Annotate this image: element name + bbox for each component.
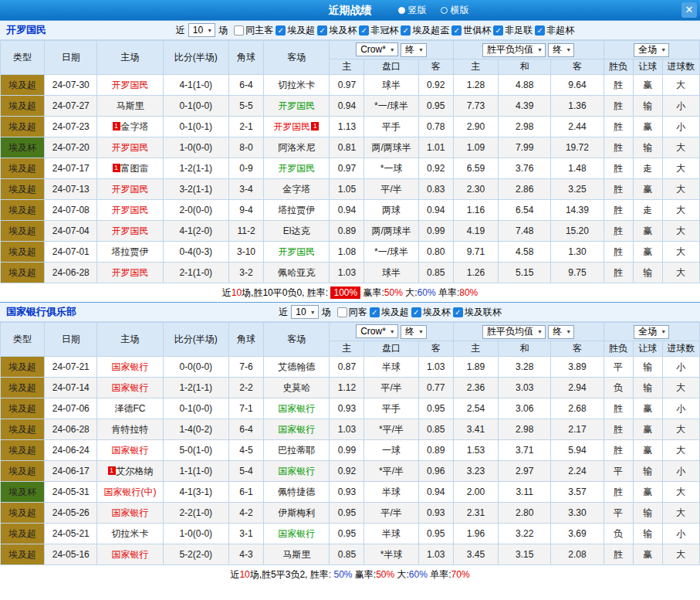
summary-part: 单率: xyxy=(428,569,451,580)
date-cell: 24-07-14 xyxy=(45,378,97,398)
col-europe-away: 客 xyxy=(551,341,604,357)
home-team-cell: 开罗国民 xyxy=(97,75,163,96)
odds-company-select[interactable]: Crow*▼ xyxy=(356,324,398,338)
col-asia-handicap: 盘口 xyxy=(364,341,418,357)
score-cell: 0-1(0-0) xyxy=(163,96,228,117)
result-wdl-cell: 胜 xyxy=(604,75,633,96)
result-goals-cell: 小 xyxy=(662,461,699,482)
match-row: 埃及超24-07-06泽德FC0-1(0-0)7-1国家银行0.93平手0.95… xyxy=(1,398,700,419)
recent-count-select[interactable]: 10▼ xyxy=(291,305,318,319)
score-cell: 1-0(0-0) xyxy=(163,524,228,544)
league-type-cell: 埃及超 xyxy=(1,440,45,461)
summary-part: 50% xyxy=(333,569,352,580)
result-goals-cell: 大 xyxy=(662,200,699,221)
filter-option[interactable]: 同客 xyxy=(337,306,367,319)
date-cell: 24-07-04 xyxy=(45,221,97,242)
match-row: 埃及超24-07-08开罗国民2-0(0-0)9-4塔拉贾伊0.94两球0.94… xyxy=(1,200,700,221)
result-handicap-cell: 走 xyxy=(633,200,662,221)
away-team-name: 切拉米卡 xyxy=(278,80,315,90)
summary-part: 大: xyxy=(403,287,418,298)
asia-handicap-cell: *一/球半 xyxy=(364,96,418,117)
scope-select[interactable]: 全场▼ xyxy=(634,325,669,339)
europe-odds-type-select[interactable]: 胜平负均值▼ xyxy=(482,43,546,57)
match-row: 埃及超24-06-28开罗国民2-1(1-0)3-2佩哈亚克1.03球半0.85… xyxy=(1,263,700,283)
league-filters: 同主客✓埃及超✓埃及杯✓非冠杯✓埃及超盃✓世俱杯✓非足联✓非超杯 xyxy=(234,24,577,37)
away-team-cell: 塔拉贾伊 xyxy=(264,200,330,221)
filter-option[interactable]: ✓埃及超盃 xyxy=(401,24,449,37)
corners-cell: 6-4 xyxy=(228,75,263,96)
away-team-name: 国家银行 xyxy=(278,528,315,539)
league-type-cell: 埃及超 xyxy=(1,200,45,221)
away-team-name: El达克 xyxy=(283,225,310,236)
asia-away-odds-cell: 0.94 xyxy=(418,482,453,503)
odds-stage-select[interactable]: 终▼ xyxy=(401,325,427,339)
result-goals-cell: 大 xyxy=(662,221,699,242)
europe-odds-group: 胜平负均值▼ 终▼ xyxy=(453,323,604,341)
team-panel-header: 国家银行俱乐部 近 10▼ 场 同客✓埃及超✓埃及杯✓埃及联杯 xyxy=(0,302,700,322)
recent-count-value: 10 xyxy=(296,307,306,317)
asia-home-odds-cell: 0.93 xyxy=(330,398,364,419)
filter-option[interactable]: ✓埃及超 xyxy=(370,306,409,319)
away-team-name: 佩哈亚克 xyxy=(278,267,315,278)
asia-away-odds-cell: 0.95 xyxy=(418,96,453,117)
col-result-wdl: 胜负 xyxy=(604,341,633,357)
europe-draw-odds-cell: 4.88 xyxy=(499,75,551,96)
asia-handicap-cell: 球半 xyxy=(364,263,418,283)
asia-away-odds-cell: 0.78 xyxy=(418,117,453,137)
matches-tbody: 埃及超24-07-30开罗国民4-1(1-0)6-4切拉米卡0.97球半0.92… xyxy=(1,75,700,283)
filter-option[interactable]: ✓非冠杯 xyxy=(359,24,398,37)
away-team-name: 金字塔 xyxy=(282,184,310,195)
away-team-name: 阿洛米尼 xyxy=(278,142,315,153)
away-team-cell: 金字塔 xyxy=(264,179,330,200)
col-result-handicap: 让球 xyxy=(633,59,662,75)
home-team-name: 国家银行 xyxy=(112,445,149,456)
league-type-cell: 埃及超 xyxy=(1,158,45,179)
odds-stage-select[interactable]: 终▼ xyxy=(401,43,427,57)
filter-option[interactable]: 同主客 xyxy=(234,24,273,37)
result-handicap-cell: 走 xyxy=(633,158,662,179)
red-card-badge: 1 xyxy=(108,466,116,475)
asia-home-odds-cell: 0.89 xyxy=(330,221,364,242)
asia-home-odds-cell: 1.08 xyxy=(330,242,364,263)
odds-company-select[interactable]: Crow*▼ xyxy=(356,42,398,56)
europe-odds-type-select[interactable]: 胜平负均值▼ xyxy=(482,325,546,339)
date-cell: 24-06-17 xyxy=(45,461,97,482)
summary-part: 70% xyxy=(451,569,470,580)
col-europe-draw: 和 xyxy=(499,59,551,75)
filter-option[interactable]: ✓埃及超 xyxy=(276,24,315,37)
away-team-name: 开罗国民 xyxy=(278,163,315,174)
recent-count-select[interactable]: 10▼ xyxy=(188,23,215,37)
layout-vertical-option[interactable]: 竖版 xyxy=(398,4,427,17)
asia-home-odds-cell: 0.97 xyxy=(330,158,364,179)
result-wdl-cell: 胜 xyxy=(604,544,633,565)
europe-draw-odds-cell: 7.99 xyxy=(499,137,551,158)
col-europe-draw: 和 xyxy=(499,341,551,357)
close-button[interactable]: ✕ xyxy=(681,2,697,18)
summary-part: 场,胜5平3负2, 胜率: xyxy=(250,569,334,580)
result-handicap-cell: 输 xyxy=(633,137,662,158)
europe-stage-select[interactable]: 终▼ xyxy=(548,325,574,339)
away-team-name: 伊斯梅利 xyxy=(278,507,315,518)
layout-horizontal-option[interactable]: 横版 xyxy=(441,4,469,17)
filter-option[interactable]: ✓埃及联杯 xyxy=(453,306,502,319)
corners-cell: 11-2 xyxy=(228,221,263,242)
score-cell: 1-2(1-1) xyxy=(163,378,228,398)
filter-label: 同客 xyxy=(349,306,367,319)
europe-stage-select[interactable]: 终▼ xyxy=(548,43,574,57)
europe-away-odds-cell: 2.08 xyxy=(551,544,604,565)
filter-option[interactable]: ✓埃及杯 xyxy=(317,24,357,37)
filter-option[interactable]: ✓世俱杯 xyxy=(451,24,491,37)
filter-option[interactable]: ✓埃及杯 xyxy=(411,306,451,319)
match-row: 埃及超24-05-21切拉米卡1-0(0-0)3-1国家银行0.95半球0.95… xyxy=(1,524,700,544)
recent-label: 近 xyxy=(279,306,288,319)
europe-draw-odds-cell: 2.80 xyxy=(499,503,551,524)
filter-option[interactable]: ✓非足联 xyxy=(493,24,533,37)
checkbox-checked-icon: ✓ xyxy=(317,25,327,36)
asia-away-odds-cell: 0.95 xyxy=(418,524,453,544)
scope-select[interactable]: 全场▼ xyxy=(634,43,669,57)
filter-option[interactable]: ✓非超杯 xyxy=(535,24,574,37)
europe-home-odds-cell: 1.28 xyxy=(453,75,498,96)
result-handicap-cell: 输 xyxy=(633,357,662,378)
asia-home-odds-cell: 0.81 xyxy=(330,137,364,158)
asia-home-odds-cell: 0.85 xyxy=(330,544,364,565)
